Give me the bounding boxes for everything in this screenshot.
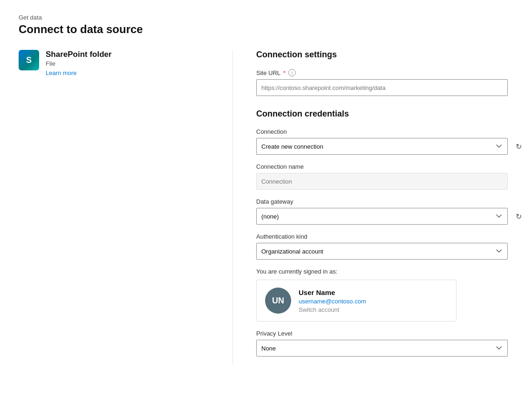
connection-field-group: Connection Create new connection ↻: [256, 128, 525, 155]
signed-in-label: You are currently signed in as:: [256, 268, 525, 275]
user-info: User Name username@contoso.com Switch ac…: [299, 288, 366, 313]
connector-text: SharePoint folder File Learn more: [46, 50, 112, 76]
data-gateway-label: Data gateway: [256, 198, 525, 205]
connection-settings-title: Connection settings: [256, 50, 525, 60]
connection-refresh-button[interactable]: ↻: [512, 139, 525, 153]
privacy-level-dropdown[interactable]: None Public Organizational Private: [256, 340, 508, 357]
connection-settings-section: Connection settings Site URL * i https:/…: [256, 50, 525, 96]
data-gateway-group: Data gateway (none) ↻: [256, 198, 525, 225]
connection-dropdown-row: Create new connection ↻: [256, 138, 525, 155]
site-url-label: Site URL * i: [256, 69, 525, 76]
left-panel: S SharePoint folder File Learn more: [19, 50, 233, 365]
breadcrumb: Get data: [19, 14, 513, 21]
page-title: Connect to data source: [19, 23, 513, 36]
data-gateway-refresh-button[interactable]: ↻: [512, 209, 525, 223]
site-url-group: Site URL * i https://contoso.sharepoint.…: [256, 69, 525, 96]
avatar: UN: [265, 288, 291, 314]
connection-dropdown[interactable]: Create new connection: [256, 138, 508, 155]
auth-kind-dropdown-row: Organizational account: [256, 243, 525, 260]
signed-in-group: You are currently signed in as: UN User …: [256, 268, 525, 322]
site-url-input[interactable]: https://contoso.sharepoint.com/marketing…: [256, 79, 508, 96]
connector-type: File: [46, 60, 112, 67]
connection-credentials-section: Connection credentials Connection Create…: [256, 109, 525, 357]
privacy-level-dropdown-row: None Public Organizational Private: [256, 340, 525, 357]
auth-kind-group: Authentication kind Organizational accou…: [256, 233, 525, 260]
connection-name-label: Connection name: [256, 163, 525, 170]
auth-kind-label: Authentication kind: [256, 233, 525, 240]
connection-label: Connection: [256, 128, 525, 135]
connector-info: S SharePoint folder File Learn more: [19, 50, 214, 76]
info-icon[interactable]: i: [288, 69, 296, 76]
right-panel: Connection settings Site URL * i https:/…: [233, 50, 525, 365]
user-card: UN User Name username@contoso.com Switch…: [256, 280, 457, 322]
connection-name-input[interactable]: [256, 173, 508, 190]
sharepoint-icon: S: [19, 50, 39, 70]
privacy-level-group: Privacy Level None Public Organizational…: [256, 330, 525, 357]
user-email: username@contoso.com: [299, 298, 366, 305]
user-name: User Name: [299, 288, 366, 296]
learn-more-link[interactable]: Learn more: [46, 69, 76, 76]
connection-credentials-title: Connection credentials: [256, 109, 525, 119]
data-gateway-dropdown-row: (none) ↻: [256, 208, 525, 225]
connector-name: SharePoint folder: [46, 50, 112, 59]
auth-kind-dropdown[interactable]: Organizational account: [256, 243, 508, 260]
switch-account-button[interactable]: Switch account: [299, 306, 366, 313]
privacy-level-label: Privacy Level: [256, 330, 525, 337]
data-gateway-dropdown[interactable]: (none): [256, 208, 508, 225]
required-star: *: [283, 69, 286, 76]
connection-name-group: Connection name: [256, 163, 525, 190]
